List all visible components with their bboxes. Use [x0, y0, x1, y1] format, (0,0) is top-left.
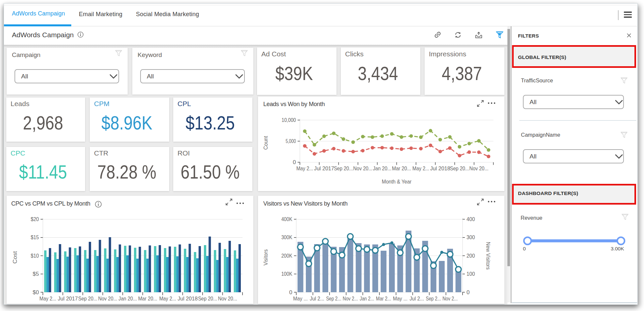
svg-text:$0: $0: [33, 289, 39, 296]
svg-text:Nov 20...: Nov 20...: [98, 296, 117, 302]
svg-text:Sep 20...: Sep 20...: [78, 296, 97, 302]
svg-text:0: 0: [293, 159, 296, 165]
svg-text:Sep 20...: Sep 20...: [334, 165, 353, 172]
svg-text:Mar 2...: Mar 2...: [376, 296, 391, 302]
svg-text:May 2...: May 2...: [159, 296, 176, 302]
svg-text:Jul 2...: Jul 2...: [310, 296, 324, 302]
svg-text:Jan 20...: Jan 20...: [118, 296, 137, 302]
svg-text:100K: 100K: [281, 271, 293, 277]
svg-text:May 2...: May 2...: [296, 165, 313, 172]
svg-text:Sep 20...: Sep 20...: [198, 296, 217, 302]
svg-text:May 2...: May 2...: [40, 296, 56, 302]
svg-text:Visitors: Visitors: [263, 249, 269, 266]
svg-text:Sep 20...: Sep 20...: [450, 165, 469, 172]
svg-text:Sep 2...: Sep 2...: [426, 296, 441, 302]
svg-text:Mar 20...: Mar 20...: [138, 296, 157, 302]
svg-text:Nov 20...: Nov 20...: [469, 165, 489, 172]
svg-text:Jul 2017: Jul 2017: [314, 165, 334, 172]
svg-text:$10: $10: [31, 253, 39, 259]
svg-text:Count: Count: [263, 136, 269, 150]
svg-text:$5: $5: [33, 271, 39, 277]
svg-text:Mar 20...: Mar 20...: [392, 165, 411, 172]
svg-text:Jul 2...: Jul 2...: [409, 296, 424, 302]
svg-text:Nov 2...: Nov 2...: [343, 296, 358, 302]
svg-text:Sep 2...: Sep 2...: [326, 296, 341, 302]
svg-text:Jan 2...: Jan 2...: [360, 296, 374, 302]
svg-text:Month & Year: Month & Year: [382, 179, 411, 185]
svg-text:New Visitors: New Visitors: [485, 242, 491, 269]
svg-text:10,000: 10,000: [282, 117, 296, 123]
svg-text:May 2...: May 2...: [412, 165, 429, 172]
svg-text:400: 400: [467, 216, 475, 222]
svg-text:0: 0: [467, 289, 469, 296]
svg-text:Jul 2018: Jul 2018: [430, 165, 450, 172]
svg-text:5,000: 5,000: [286, 138, 296, 144]
svg-text:Cost: Cost: [12, 251, 18, 264]
svg-text:100: 100: [467, 271, 475, 277]
svg-text:$15: $15: [31, 234, 39, 240]
svg-text:Jul 2017: Jul 2017: [58, 296, 78, 302]
svg-text:300K: 300K: [281, 234, 293, 240]
svg-text:Jul 2018: Jul 2018: [177, 296, 198, 302]
svg-text:Jan 20...: Jan 20...: [373, 165, 391, 172]
svg-text:May ...: May ...: [293, 296, 308, 302]
svg-text:200K: 200K: [281, 253, 293, 259]
svg-text:$20: $20: [31, 216, 39, 222]
svg-text:Nov 20...: Nov 20...: [353, 165, 372, 172]
svg-text:400K: 400K: [281, 216, 293, 222]
svg-text:Nov 20...: Nov 20...: [218, 296, 237, 302]
svg-text:May ...: May ...: [393, 296, 407, 302]
svg-text:0: 0: [289, 289, 292, 296]
svg-text:300: 300: [467, 234, 475, 240]
svg-text:Nov 2...: Nov 2...: [442, 296, 458, 302]
svg-text:200: 200: [467, 253, 475, 259]
